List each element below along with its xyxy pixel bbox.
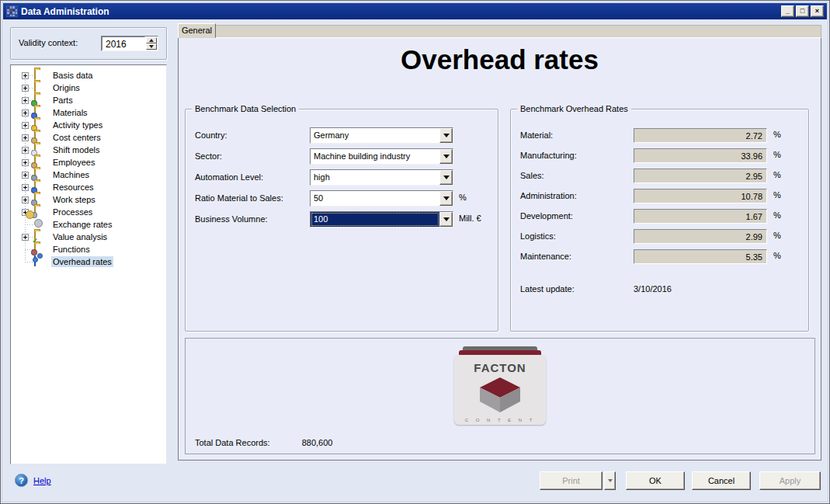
mill-euro-unit-label: Mill. € (459, 214, 481, 223)
navigation-tree: Basis data Origins Parts Materials Activ… (10, 64, 167, 464)
expand-plus-icon[interactable] (22, 97, 29, 104)
tree-item-functions[interactable]: Functions (11, 243, 166, 255)
expand-plus-icon[interactable] (22, 85, 29, 92)
maintenance-label: Maintenance: (520, 252, 571, 261)
help-link[interactable]: ? Help (15, 474, 51, 487)
expand-plus-icon[interactable] (22, 196, 29, 203)
validity-context-spinner[interactable]: 2016 (101, 36, 158, 51)
print-button[interactable]: Print (540, 471, 603, 490)
manufacturing-label: Manufacturing: (520, 151, 577, 160)
expand-plus-icon[interactable] (22, 134, 29, 141)
dropdown-arrow-button[interactable] (439, 191, 453, 206)
folder-worksteps-icon (34, 194, 47, 205)
expand-plus-icon[interactable] (22, 159, 29, 166)
development-rate-field: 1.67 (634, 209, 767, 224)
dropdown-arrow-button[interactable] (439, 170, 453, 185)
tree-item-processes[interactable]: Processes (11, 206, 166, 218)
validity-context-value[interactable]: 2016 (102, 36, 145, 50)
expand-plus-icon[interactable] (22, 72, 29, 79)
folder-materials-icon (34, 107, 47, 118)
expand-plus-icon[interactable] (22, 147, 29, 154)
chevron-down-icon (443, 134, 450, 137)
business-volume-label: Business Volumne: (195, 214, 268, 224)
chevron-down-icon (443, 155, 450, 158)
percent-unit-label: % (459, 193, 467, 202)
group-title: Benchmark Data Selection (192, 104, 299, 113)
latest-update-value: 3/10/2016 (634, 284, 672, 294)
cube-icon (476, 376, 524, 413)
cancel-button[interactable]: Cancel (692, 471, 751, 490)
automation-level-label: Automation Level: (195, 172, 263, 182)
percent-unit-label: % (773, 130, 781, 139)
spinner-down-button[interactable] (146, 43, 157, 50)
sales-rate-field: 2.95 (634, 169, 767, 183)
expand-plus-icon[interactable] (22, 122, 29, 129)
percent-unit-label: % (773, 170, 781, 179)
coins-icon (34, 219, 47, 230)
expand-plus-icon[interactable] (22, 234, 29, 241)
validity-context-label: Validity context: (19, 38, 78, 47)
general-tab-panel: Overhead rates Benchmark Data Selection … (178, 37, 821, 461)
data-administration-window: Data Administration _ □ × Validity conte… (0, 0, 830, 504)
folder-icon (34, 70, 47, 81)
ratio-material-to-sales-label: Ratio Material to Sales: (195, 193, 283, 203)
validity-context-group: Validity context: 2016 (10, 27, 167, 60)
tree-item-overhead-rates[interactable]: Overhead rates (11, 255, 166, 268)
chevron-down-icon (443, 196, 450, 200)
title-bar: Data Administration _ □ × (3, 3, 827, 19)
automation-level-dropdown[interactable]: high (310, 169, 453, 186)
country-dropdown[interactable]: Germany (310, 127, 453, 144)
down-arrow-icon (149, 45, 154, 48)
tab-general[interactable]: General (178, 23, 216, 38)
dropdown-arrow-button[interactable] (439, 128, 453, 143)
logistics-rate-field: 2.99 (634, 229, 767, 244)
minimize-button[interactable]: _ (781, 5, 794, 17)
percent-unit-label: % (773, 231, 781, 240)
administration-label: Administration: (520, 191, 577, 200)
tab-strip (178, 25, 821, 37)
ratio-material-to-sales-dropdown[interactable]: 50 (310, 190, 453, 207)
ok-button[interactable]: OK (626, 471, 685, 490)
total-data-records-value: 880,600 (302, 438, 333, 447)
apply-button[interactable]: Apply (759, 471, 821, 490)
print-options-arrow-button[interactable] (604, 471, 616, 490)
logo-subtitle-text: C O N T E N T (454, 418, 546, 422)
folder-processes-icon (34, 207, 47, 217)
expand-plus-icon[interactable] (22, 109, 29, 116)
sector-dropdown[interactable]: Machine building industry (310, 148, 453, 165)
group-title: Benchmark Overhead Rates (517, 104, 631, 113)
percent-unit-label: % (773, 150, 781, 159)
folder-icon (34, 82, 47, 93)
page-title: Overhead rates (179, 44, 821, 75)
business-volume-dropdown[interactable]: 100 (310, 211, 453, 228)
dropdown-arrow-button[interactable] (439, 149, 453, 164)
percent-unit-label: % (773, 190, 781, 200)
folder-employees-icon (34, 157, 47, 168)
manufacturing-rate-field: 33.96 (634, 148, 767, 163)
puzzle-icon (34, 256, 47, 267)
help-link-label: Help (33, 476, 51, 485)
chevron-down-icon (443, 176, 450, 179)
country-label: Country: (195, 130, 227, 140)
help-question-icon: ? (15, 474, 28, 487)
maximize-button[interactable]: □ (796, 5, 809, 17)
latest-update-label: Latest update: (520, 284, 575, 294)
percent-unit-label: % (773, 251, 781, 260)
spinner-up-button[interactable] (146, 37, 157, 43)
close-button[interactable]: × (811, 5, 824, 17)
app-icon (6, 5, 18, 17)
expand-plus-icon[interactable] (22, 172, 29, 179)
total-data-records-label: Total Data Records: (195, 438, 270, 447)
dropdown-arrow-button[interactable] (439, 212, 453, 227)
sector-label: Sector: (195, 151, 222, 161)
benchmark-data-selection-group: Benchmark Data Selection Country: German… (185, 109, 498, 332)
folder-activity-icon (34, 120, 47, 130)
folder-cost-icon (34, 132, 47, 143)
logo-brand-text: FACTON (454, 361, 546, 374)
percent-unit-label: % (773, 210, 781, 220)
sales-label: Sales: (520, 171, 544, 180)
logistics-label: Logistics: (520, 231, 556, 241)
facton-content-logo: FACTON C O N T E N T (454, 346, 546, 425)
folder-machines-icon (34, 169, 47, 180)
expand-plus-icon[interactable] (22, 184, 29, 191)
